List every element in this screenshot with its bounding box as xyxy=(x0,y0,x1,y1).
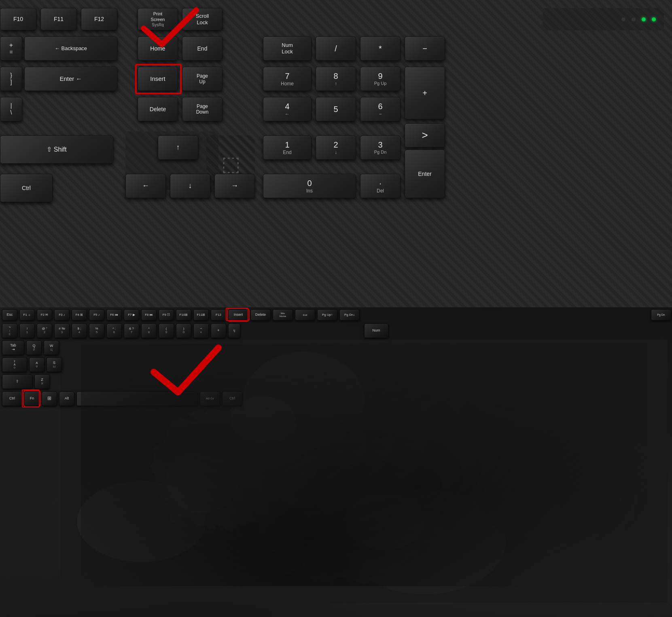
key-bracket-close[interactable]: } ] xyxy=(0,67,22,91)
key-num-dot[interactable]: · Del xyxy=(360,174,401,198)
key-f9-bottom[interactable]: F9 ☷ xyxy=(159,309,174,321)
key-num-minus[interactable]: − xyxy=(405,36,445,61)
key-f2-bottom[interactable]: F2 ✉ xyxy=(37,309,52,321)
key-scroll-lock[interactable]: Scroll Lock xyxy=(182,8,223,30)
key-f11-bottom[interactable]: F11⊞ xyxy=(193,309,209,321)
key-plus-bottom[interactable]: + xyxy=(211,323,226,338)
key-pgdn-corner[interactable]: Pg Dn xyxy=(651,309,671,321)
key-a-bottom[interactable]: A Ф xyxy=(29,357,45,372)
key-f12[interactable]: F12 xyxy=(81,8,117,30)
key-backslash-bottom[interactable]: \| xyxy=(228,323,240,338)
key-down-arrow[interactable]: ↓ xyxy=(170,174,210,198)
key-num5[interactable]: 5 xyxy=(316,97,356,121)
key-f11[interactable]: F11 xyxy=(40,8,77,30)
key-9-bottom[interactable]: ( 9 xyxy=(159,323,174,338)
key-num9[interactable]: 9 Pg Up xyxy=(360,67,401,91)
key-shift-left[interactable]: ⇧ Shift xyxy=(0,135,113,164)
key-num-slash[interactable]: / xyxy=(316,36,356,61)
key-fn-bottom-label: Fn xyxy=(30,397,34,401)
key-backspace[interactable]: ← Backspace xyxy=(24,36,117,61)
key-num-enter[interactable]: Enter xyxy=(405,150,445,198)
key-num8[interactable]: 8 ↑ xyxy=(316,67,356,91)
key-num8-sub: ↑ xyxy=(335,81,337,87)
key-left-arrow[interactable]: ← xyxy=(125,174,166,198)
key-caps-lock-bottom[interactable]: ⇪ A Ф xyxy=(2,357,27,372)
key-5-bottom[interactable]: % 5 xyxy=(89,323,104,338)
key-f4-bottom[interactable]: F4 ⊞ xyxy=(72,309,87,321)
key-delete[interactable]: Delete xyxy=(138,97,178,121)
key-win-logo-label: ⊞ xyxy=(47,396,51,401)
key-3-bottom[interactable]: # № 3 xyxy=(54,323,70,338)
key-up-arrow[interactable]: ↑ xyxy=(158,135,198,160)
key-tilde-bottom[interactable]: ~ ! Ё xyxy=(2,323,17,338)
key-win-home[interactable]: Win Home xyxy=(273,309,293,321)
key-num-lock[interactable]: Num Lock xyxy=(263,36,312,61)
key-esc-bottom[interactable]: Esc xyxy=(2,309,17,321)
key-w-bottom[interactable]: W Ц xyxy=(44,340,59,355)
key-8-bottom[interactable]: * 8 xyxy=(141,323,157,338)
key-1-bottom[interactable]: ! 1 xyxy=(19,323,35,338)
key-end[interactable]: End xyxy=(182,36,223,61)
key-alt-gr-bottom[interactable]: Alt Gr xyxy=(200,391,220,406)
key-f1-bottom[interactable]: F1 ☼ xyxy=(19,309,35,321)
key-6-bottom[interactable]: ^ : 6 xyxy=(106,323,122,338)
key-f6-bottom[interactable]: F6 ⏮ xyxy=(106,309,122,321)
key-pg-dn-bottom[interactable]: Pg Dn↓ xyxy=(339,309,360,321)
key-num6[interactable]: 6 − xyxy=(360,97,401,121)
key-f8-bottom[interactable]: F8 ⏭ xyxy=(141,309,157,321)
svg-point-9 xyxy=(344,493,425,550)
key-num4[interactable]: 4 ← xyxy=(263,97,312,121)
key-f12-bottom[interactable]: F12 xyxy=(211,309,226,321)
key-num1[interactable]: 1 End xyxy=(263,135,312,160)
key-s-bottom[interactable]: S Ы xyxy=(47,357,62,372)
key-2-bottom[interactable]: @ " 2 xyxy=(37,323,52,338)
key-ctrl-bottom-left[interactable]: Ctrl xyxy=(2,391,22,406)
key-f10[interactable]: F10 xyxy=(0,8,36,30)
key-f7-bottom[interactable]: F7 ▶ xyxy=(124,309,139,321)
key-space-bottom[interactable] xyxy=(76,391,198,406)
key-7-bottom[interactable]: & ? 7 xyxy=(124,323,139,338)
key-ctrl-bottom-right[interactable]: Ctrl xyxy=(222,391,242,406)
key-num3[interactable]: 3 Pg Dn xyxy=(360,135,401,160)
key-pipe[interactable]: | \ xyxy=(0,97,22,121)
key-chevron[interactable]: > xyxy=(405,123,445,148)
key-plus-equals[interactable]: + = xyxy=(0,36,22,61)
key-f7-bottom-label: F7 ▶ xyxy=(128,313,135,317)
key-num-star[interactable]: * xyxy=(360,36,401,61)
key-minus-bottom[interactable]: − + xyxy=(193,323,209,338)
key-num2[interactable]: 2 ↓ xyxy=(316,135,356,160)
key-bracket-close-top: } xyxy=(10,72,12,79)
svg-point-7 xyxy=(473,416,619,546)
key-print-screen-line1: Print xyxy=(153,11,163,17)
key-4-bottom[interactable]: $ ; 4 xyxy=(72,323,87,338)
key-insert[interactable]: Insert xyxy=(138,67,178,91)
key-tab-bottom[interactable]: Tab ⇥ xyxy=(2,340,24,355)
key-num0[interactable]: 0 Ins xyxy=(263,174,356,198)
key-home[interactable]: Home xyxy=(138,36,178,61)
key-page-up[interactable]: Page Up xyxy=(182,67,223,91)
key-f10-bottom[interactable]: F10⊞ xyxy=(176,309,191,321)
key-shift-bottom[interactable]: ⇧ xyxy=(2,374,32,389)
key-insert-bottom[interactable]: Insert xyxy=(228,309,248,321)
key-ctrl-left[interactable]: Ctrl xyxy=(0,174,53,202)
key-page-down[interactable]: Page Down xyxy=(182,97,223,121)
key-num-plus[interactable]: + xyxy=(405,67,445,119)
key-win-end[interactable]: End xyxy=(295,309,315,321)
key-fn-bottom[interactable]: Fn xyxy=(24,391,40,406)
key-pg-up-bottom[interactable]: Pg Up↑ xyxy=(317,309,337,321)
key-enter[interactable]: Enter ← xyxy=(24,67,117,91)
key-num7[interactable]: 7 Home xyxy=(263,67,312,91)
key-z-bottom[interactable]: Z Я xyxy=(34,374,50,389)
key-f5-bottom[interactable]: F5 ♪ xyxy=(89,309,104,321)
key-0-bottom[interactable]: ) 0 xyxy=(176,323,191,338)
key-q-bottom[interactable]: Q Й xyxy=(26,340,42,355)
key-num0-main: 0 xyxy=(307,178,312,188)
key-delete-bottom[interactable]: Delete xyxy=(250,309,271,321)
key-alt-bottom[interactable]: Alt xyxy=(59,391,74,406)
key-num7-main: 7 xyxy=(285,71,289,81)
key-win-logo-bottom[interactable]: ⊞ xyxy=(42,391,57,406)
key-print-screen[interactable]: Print Screen SysRq xyxy=(138,8,178,30)
key-delete-bottom-label: Delete xyxy=(255,313,266,317)
key-f3-bottom[interactable]: F3 ♪ xyxy=(54,309,70,321)
key-right-arrow[interactable]: → xyxy=(214,174,255,198)
